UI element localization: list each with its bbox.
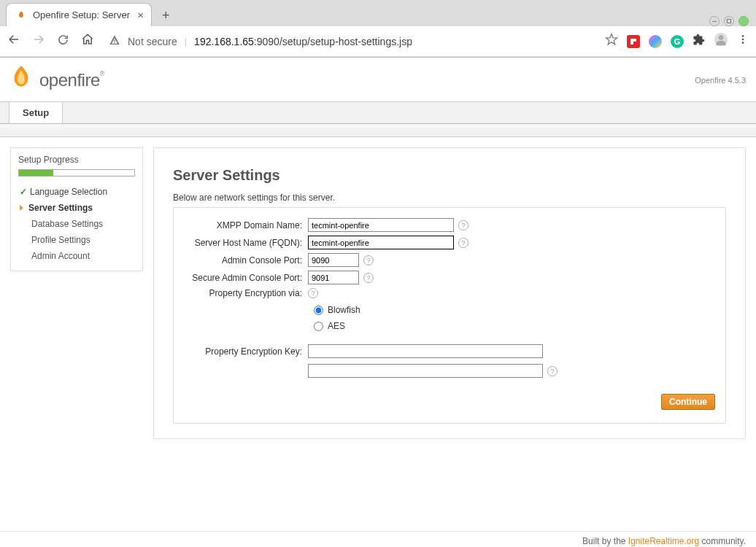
help-icon[interactable]: ? <box>363 273 374 283</box>
form-box: XMPP Domain Name: ? Server Host Name (FQ… <box>173 207 726 424</box>
admin-port-label: Admin Console Port: <box>184 255 308 265</box>
window-close-button[interactable] <box>738 16 749 26</box>
help-icon[interactable]: ? <box>458 238 468 248</box>
continue-button[interactable]: Continue <box>661 394 715 410</box>
progress-bar <box>18 169 135 176</box>
profile-icon[interactable] <box>714 32 728 50</box>
encryption-key-confirm-input[interactable] <box>308 364 543 378</box>
svg-rect-2 <box>633 39 636 42</box>
progress-fill <box>19 170 53 176</box>
extensions-icon[interactable] <box>693 34 705 50</box>
grammarly-icon[interactable]: G <box>671 35 684 48</box>
logo-flame-icon <box>7 63 35 97</box>
svg-rect-1 <box>630 39 633 44</box>
sidebar-item-server-settings[interactable]: Server Settings <box>18 200 135 216</box>
help-icon[interactable]: ? <box>308 288 318 298</box>
help-icon[interactable]: ? <box>547 366 558 376</box>
radio-blowfish-row[interactable]: Blowfish <box>314 302 715 318</box>
browser-tab[interactable]: Openfire Setup: Server × <box>6 3 152 26</box>
home-icon[interactable] <box>81 33 94 50</box>
separator: | <box>185 36 187 47</box>
security-label: Not secure <box>128 36 177 47</box>
new-tab-button[interactable]: + <box>156 5 176 26</box>
security-warning-icon <box>109 34 120 48</box>
secure-port-input[interactable] <box>308 271 359 284</box>
window-minimize-button[interactable] <box>709 16 720 26</box>
url-text: 192.168.1.65:9090/setup/setup-host-setti… <box>194 36 412 47</box>
tab-title: Openfire Setup: Server <box>33 9 130 20</box>
sidebar: Setup Progress ✓Language Selection Serve… <box>10 147 143 271</box>
secure-port-label: Secure Admin Console Port: <box>184 273 308 283</box>
sidebar-item-database[interactable]: Database Settings <box>18 216 135 232</box>
back-icon[interactable] <box>7 33 20 50</box>
check-icon: ✓ <box>20 187 27 197</box>
footer-suffix: community. <box>699 536 746 546</box>
footer-link[interactable]: IgniteRealtime.org <box>628 536 699 546</box>
forward-icon[interactable] <box>32 33 45 50</box>
url-field[interactable]: Not secure | 192.168.1.65:9090/setup/set… <box>103 31 596 53</box>
browser-chrome: Openfire Setup: Server × + <box>0 0 756 58</box>
page-description: Below are network settings for this serv… <box>173 193 726 203</box>
sidebar-item-language[interactable]: ✓Language Selection <box>18 184 135 200</box>
address-bar: Not secure | 192.168.1.65:9090/setup/set… <box>0 26 756 57</box>
sidebar-item-profile[interactable]: Profile Settings <box>18 232 135 248</box>
tab-bar: Openfire Setup: Server × + <box>0 0 756 26</box>
version-text: Openfire 4.5.3 <box>695 76 746 85</box>
radio-blowfish-label: Blowfish <box>328 305 360 315</box>
page-body: openfire® Openfire 4.5.3 Setup Setup Pro… <box>0 58 756 547</box>
svg-point-7 <box>742 42 744 44</box>
tab-close-icon[interactable]: × <box>137 9 144 21</box>
xmpp-domain-label: XMPP Domain Name: <box>184 220 308 230</box>
top-nav: Setup <box>0 101 756 124</box>
window-maximize-button[interactable] <box>724 16 734 26</box>
footer-prefix: Built by the <box>582 536 628 546</box>
reload-icon[interactable] <box>57 34 69 50</box>
window-controls <box>709 16 756 26</box>
page-title: Server Settings <box>173 167 726 184</box>
sidebar-item-admin[interactable]: Admin Account <box>18 248 135 264</box>
fqdn-label: Server Host Name (FQDN): <box>184 238 308 248</box>
admin-port-input[interactable] <box>308 253 359 267</box>
svg-point-5 <box>742 35 744 37</box>
tab-favicon-icon <box>15 9 27 21</box>
svg-point-6 <box>742 39 744 41</box>
help-icon[interactable]: ? <box>363 255 374 265</box>
footer: Built by the IgniteRealtime.org communit… <box>0 531 756 547</box>
nav-tab-setup[interactable]: Setup <box>9 102 63 123</box>
xmpp-domain-input[interactable] <box>308 218 454 232</box>
extension-icon-2[interactable] <box>649 35 662 48</box>
fqdn-input[interactable] <box>308 236 454 249</box>
help-icon[interactable]: ? <box>458 220 468 230</box>
encryption-label: Property Encryption via: <box>184 288 308 298</box>
svg-point-4 <box>719 35 724 40</box>
sub-nav-bar <box>0 124 756 137</box>
header: openfire® Openfire 4.5.3 <box>0 58 756 101</box>
radio-aes-row[interactable]: AES <box>314 318 715 334</box>
main-panel: Server Settings Below are network settin… <box>153 147 746 439</box>
encryption-key-label: Property Encryption Key: <box>184 346 308 357</box>
star-icon[interactable] <box>605 33 618 50</box>
logo-text: openfire® <box>39 70 104 90</box>
menu-icon[interactable] <box>737 34 749 49</box>
radio-blowfish[interactable] <box>314 306 323 315</box>
encryption-key-input[interactable] <box>308 344 543 358</box>
radio-aes-label: AES <box>328 321 345 331</box>
flipboard-icon[interactable] <box>627 35 640 48</box>
radio-aes[interactable] <box>314 322 323 331</box>
sidebar-progress-label: Setup Progress <box>18 155 135 165</box>
